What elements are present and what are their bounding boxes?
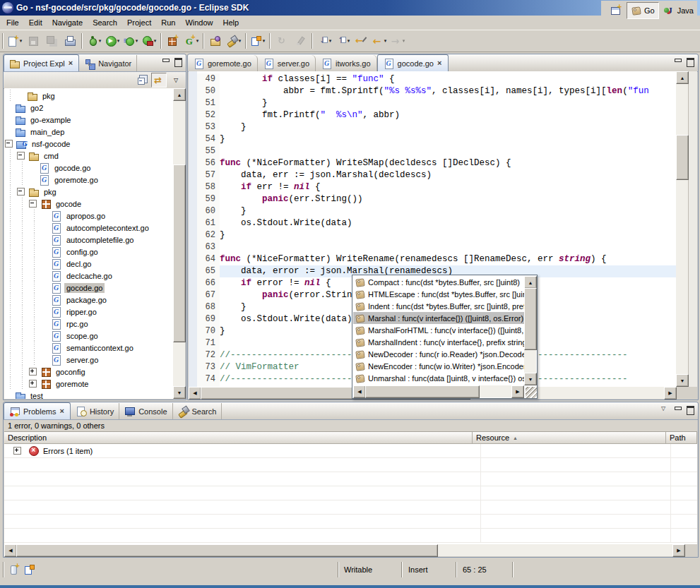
editor-tab-itworks-go[interactable]: itworks.go: [316, 55, 377, 71]
collapse-icon[interactable]: [5, 140, 13, 148]
chevron-down-icon[interactable]: ▾: [239, 38, 242, 44]
new-go-package-button[interactable]: [164, 32, 182, 49]
new-wizard-button[interactable]: ▾: [6, 32, 24, 49]
tree-item[interactable]: go2: [4, 102, 173, 114]
code-line[interactable]: 52 fmt.Printf(" %s\n", abbr): [197, 109, 676, 121]
scroll-right-icon[interactable]: ▶: [664, 387, 677, 400]
scroll-left-icon[interactable]: ◀: [189, 387, 201, 400]
scroll-left-icon[interactable]: ◀: [353, 385, 366, 398]
code-line[interactable]: 51 }: [197, 97, 676, 109]
marker-ruler[interactable]: [189, 71, 197, 387]
scrollbar-thumb[interactable]: [524, 288, 537, 350]
chevron-down-icon[interactable]: ▾: [329, 38, 332, 44]
link-with-editor-button[interactable]: [151, 73, 167, 88]
close-icon[interactable]: ×: [68, 59, 73, 67]
editor-tab-gocode-go[interactable]: gocode.go×: [377, 54, 449, 71]
menu-run[interactable]: Run: [156, 17, 180, 28]
scrollbar-thumb[interactable]: [676, 135, 689, 180]
problems-tab-problems[interactable]: Problems×: [4, 402, 71, 419]
code-line[interactable]: 54}: [197, 133, 676, 145]
menu-edit[interactable]: Edit: [24, 17, 47, 28]
new-go-element-button[interactable]: ▾: [182, 32, 201, 49]
code-line[interactable]: 53 }: [197, 121, 676, 133]
tree-item[interactable]: main_dep: [4, 126, 173, 138]
menu-file[interactable]: File: [1, 17, 24, 28]
code-line[interactable]: 61 os.Stdout.Write(data): [197, 217, 676, 229]
chevron-down-icon[interactable]: ▾: [99, 38, 102, 44]
debug-button[interactable]: ▾: [85, 32, 103, 49]
tree-item[interactable]: apropos.go: [4, 210, 173, 222]
open-perspective-button[interactable]: [607, 3, 625, 18]
menu-help[interactable]: Help: [218, 17, 244, 28]
tree-item[interactable]: scope.go: [4, 330, 173, 342]
tree-item[interactable]: goremote: [4, 378, 173, 390]
maximize-view-icon[interactable]: [685, 57, 696, 66]
problems-table[interactable]: DescriptionResource▲Path Errors (1 item): [4, 432, 697, 544]
code-line[interactable]: 58 if err != nil {: [197, 181, 676, 193]
chevron-down-icon[interactable]: ▾: [384, 38, 387, 44]
tree-item[interactable]: config.go: [4, 246, 173, 258]
tree-item[interactable]: semanticcontext.go: [4, 342, 173, 354]
last-edit-button[interactable]: [352, 32, 370, 49]
project-tree[interactable]: pkggo2go-examplemain_depnsf-gocodecmdgoc…: [4, 88, 173, 399]
autocomplete-item[interactable]: Compact : func(dst *bytes.Buffer, src []…: [353, 276, 524, 288]
run-button[interactable]: ▾: [103, 32, 121, 49]
autocomplete-item[interactable]: MarshalIndent : func(v interface{}, pref…: [353, 336, 524, 348]
close-icon[interactable]: ×: [59, 407, 64, 415]
view-menu-button[interactable]: ▽: [169, 73, 183, 87]
collapse-icon[interactable]: [17, 188, 25, 196]
search-button[interactable]: ▾: [225, 32, 243, 49]
tree-item[interactable]: goconfig: [4, 366, 173, 378]
scroll-left-icon[interactable]: ◀: [4, 544, 17, 557]
scroll-right-icon[interactable]: ▶: [672, 544, 685, 557]
open-artifact-button[interactable]: [206, 32, 225, 49]
autocomplete-item[interactable]: Marshal : func(v interface{}) ([]uint8, …: [353, 312, 524, 324]
run-history-button[interactable]: ▾: [121, 32, 140, 49]
scroll-down-icon[interactable]: ▼: [524, 373, 537, 385]
column-header-description[interactable]: Description: [4, 432, 473, 444]
scrollbar-thumb[interactable]: [173, 164, 186, 342]
tree-item[interactable]: nsf-gocode: [4, 138, 173, 150]
column-header-resource[interactable]: Resource▲: [473, 432, 666, 444]
menu-project[interactable]: Project: [122, 17, 156, 28]
problems-row[interactable]: Errors (1 item): [4, 444, 697, 458]
code-line[interactable]: 64func (*NiceFormatter) WriteRename(rena…: [197, 253, 676, 265]
tree-item[interactable]: autocompletecontext.go: [4, 222, 173, 234]
maximize-view-icon[interactable]: [173, 57, 184, 66]
chevron-down-icon[interactable]: ▾: [20, 38, 23, 44]
close-icon[interactable]: ×: [437, 59, 442, 67]
annotation-button[interactable]: ▾: [249, 32, 267, 49]
view-menu-icon[interactable]: [660, 405, 670, 414]
print-button[interactable]: [61, 32, 79, 49]
chevron-down-icon[interactable]: ▾: [196, 38, 199, 44]
next-annotation-button[interactable]: ▾: [315, 32, 333, 49]
editor-tab-server-go[interactable]: server.go: [258, 55, 316, 71]
code-line[interactable]: 55: [197, 145, 676, 157]
tree-item[interactable]: autocompletefile.go: [4, 234, 173, 246]
tree-item[interactable]: goremote.go: [4, 174, 173, 186]
scroll-down-icon[interactable]: ▼: [676, 374, 689, 387]
editor-tab-goremote-go[interactable]: goremote.go: [188, 55, 258, 71]
perspective-go[interactable]: Go: [627, 2, 659, 19]
problems-tab-history[interactable]: History: [71, 403, 119, 419]
collapse-icon[interactable]: [17, 152, 25, 160]
expand-icon[interactable]: [29, 380, 37, 388]
autocomplete-item[interactable]: MarshalForHTML : func(v interface{}) ([]…: [353, 324, 524, 336]
tree-item[interactable]: ripper.go: [4, 306, 173, 318]
autocomplete-item[interactable]: Unmarshal : func(data []uint8, v interfa…: [353, 372, 524, 384]
code-line[interactable]: 62}: [197, 229, 676, 241]
tree-item[interactable]: declcache.go: [4, 270, 173, 282]
fast-view-icon[interactable]: [8, 564, 20, 575]
autocomplete-item[interactable]: HTMLEscape : func(dst *bytes.Buffer, src…: [353, 288, 524, 300]
external-tools-button[interactable]: ▾: [140, 32, 158, 49]
tree-item[interactable]: pkg: [4, 90, 173, 102]
scrollbar-thumb[interactable]: [16, 544, 438, 557]
popup-resize-grip[interactable]: [526, 387, 537, 398]
prev-annotation-button[interactable]: ▾: [333, 32, 352, 49]
editor-vertical-scrollbar[interactable]: ▲ ▼: [676, 71, 688, 387]
annotation-icon[interactable]: [24, 564, 35, 575]
chevron-down-icon[interactable]: ▾: [117, 38, 120, 44]
tree-item[interactable]: package.go: [4, 294, 173, 306]
minimize-view-icon[interactable]: [672, 405, 683, 414]
code-line[interactable]: 60 }: [197, 205, 676, 217]
